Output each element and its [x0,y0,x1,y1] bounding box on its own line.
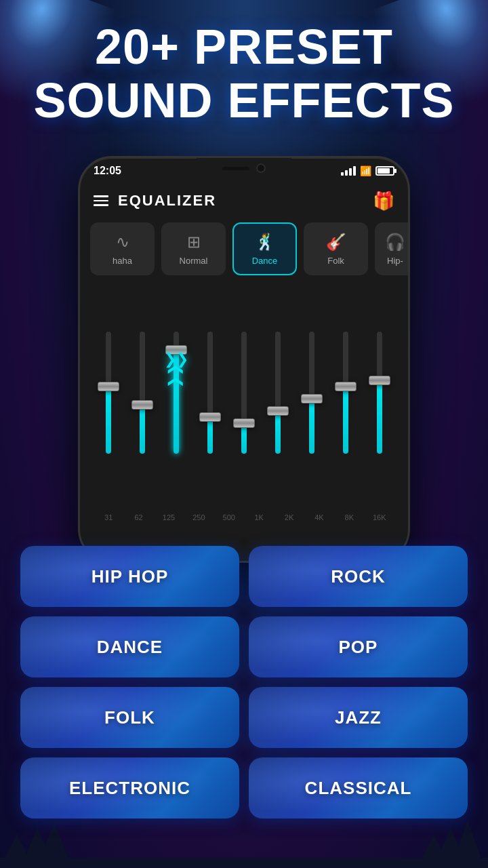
slider-8[interactable] [343,332,348,467]
genre-dance[interactable]: DANCE [20,616,239,677]
normal-label: Normal [180,256,208,266]
genre-folk-label: FOLK [104,707,155,728]
slider-6[interactable] [275,332,281,467]
normal-icon: ⊞ [187,233,201,252]
slider-1[interactable] [106,332,111,467]
genre-hip-hop-label: HIP HOP [92,566,168,587]
slider-9[interactable] [377,332,382,467]
hiphop-icon: 🎧 [385,233,405,252]
slider-5[interactable] [241,332,247,467]
preset-normal[interactable]: ⊞ Normal [161,222,226,275]
genre-classical-label: CLASSICAL [305,778,412,799]
genre-dance-label: DANCE [97,637,163,658]
genre-electronic-label: ELECTRONIC [69,778,190,799]
hamburger-menu[interactable] [94,195,108,206]
folk-icon: 🎸 [326,233,346,252]
sliders-container: ❯❯ ❮❮ [80,285,408,513]
freq-labels: 31 62 125 250 500 1K 2K 4K 8K 16K [80,513,408,527]
app-header: EQUALIZER 🎁 [80,184,408,218]
genre-rock[interactable]: ROCK [249,546,468,607]
phone-notch [197,158,291,178]
main-title: 20+ PRESET SOUND EFFECTS [27,20,461,127]
title-section: 20+ PRESET SOUND EFFECTS [0,20,488,127]
preset-hiphop[interactable]: 🎧 Hip- [375,222,408,275]
genre-folk[interactable]: FOLK [20,687,239,748]
notch-camera [256,163,266,173]
battery-icon [375,166,394,176]
preset-haha[interactable]: ∿ haha [90,222,155,275]
signal-bars-icon [341,166,356,176]
app-title: EQUALIZER [118,192,216,210]
genre-electronic[interactable]: ELECTRONIC [20,757,239,818]
phone-container: 12:05 📶 EQUA [78,156,410,563]
genre-buttons: HIP HOP ROCK DANCE POP FOLK JAZZ ELECTRO… [0,546,488,818]
slider-7[interactable] [309,332,314,467]
genre-hip-hop[interactable]: HIP HOP [20,546,239,607]
genre-jazz-label: JAZZ [335,707,382,728]
folk-label: Folk [327,256,344,266]
title-line1: 20+ PRESET [27,20,461,74]
svg-rect-6 [0,858,488,868]
preset-dance[interactable]: 🕺 Dance [232,222,297,275]
wifi-icon: 📶 [360,165,371,176]
slider-4[interactable] [207,332,213,467]
status-icons: 📶 [341,165,394,176]
genre-pop-label: POP [339,637,378,658]
dance-icon: 🕺 [255,233,275,252]
presets-row: ∿ haha ⊞ Normal 🕺 Dance 🎸 Folk 🎧 Hip- [80,222,408,275]
hiphop-label: Hip- [387,256,403,266]
dance-label: Dance [252,256,278,266]
genre-rock-label: ROCK [331,566,386,587]
genre-jazz[interactable]: JAZZ [249,687,468,748]
dance-arrows: ❯❯ ❮❮ [164,352,188,382]
genre-classical[interactable]: CLASSICAL [249,757,468,818]
status-time: 12:05 [94,165,121,177]
slider-3-dance[interactable]: ❯❯ ❮❮ [174,332,179,467]
preset-folk[interactable]: 🎸 Folk [304,222,368,275]
genre-pop[interactable]: POP [249,616,468,677]
title-line2: SOUND EFFECTS [27,74,461,127]
slider-2[interactable] [140,332,145,467]
phone-mockup: 12:05 📶 EQUA [78,156,410,563]
eq-area: ❯❯ ❮❮ [80,285,408,527]
haha-icon: ∿ [116,233,129,252]
gift-icon[interactable]: 🎁 [373,191,394,212]
haha-label: haha [113,256,132,266]
notch-speaker [222,167,249,170]
